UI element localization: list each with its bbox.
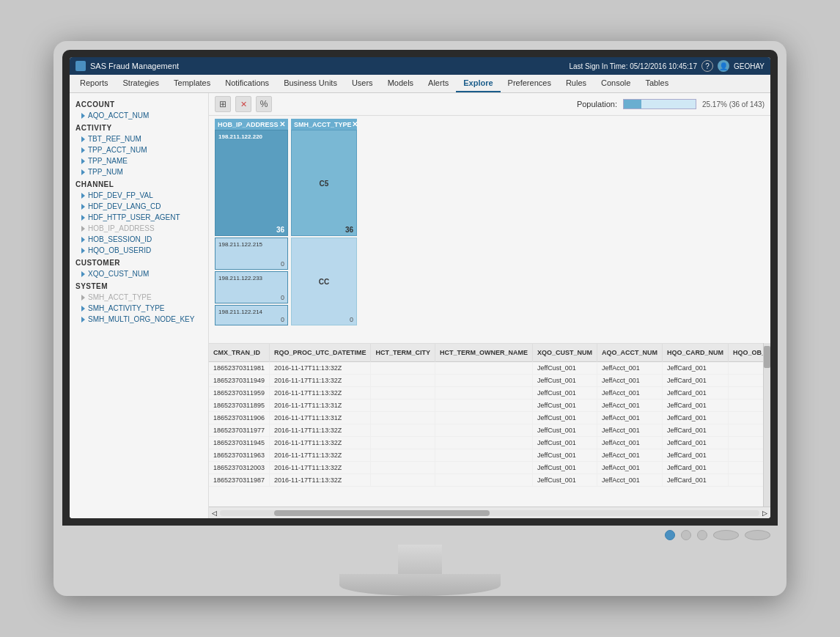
table-cell bbox=[729, 387, 763, 399]
tab-strategies[interactable]: Strategies bbox=[116, 75, 167, 92]
treemap-block-214[interactable]: 198.211.122.214 0 bbox=[215, 305, 288, 325]
treemap-block-value-220: 36 bbox=[276, 226, 284, 234]
table-cell: 2016-11-17T11:13:32Z bbox=[270, 437, 371, 449]
tab-explore[interactable]: Explore bbox=[456, 75, 500, 92]
treemap-block-c5[interactable]: C5 36 bbox=[291, 130, 357, 236]
vertical-scroll-thumb[interactable] bbox=[764, 346, 770, 368]
treemap-close-hob-ip[interactable]: ✕ bbox=[279, 120, 285, 128]
col-hqo-ob-userid: HQO_OB_USERID bbox=[729, 344, 763, 362]
table-cell: 18652370311945 bbox=[209, 437, 270, 449]
sidebar-item-hdf-http-user-agent[interactable]: HDF_HTTP_USER_AGENT bbox=[70, 212, 208, 223]
table-row: 186523703120032016-11-17T11:13:32ZJeffCu… bbox=[209, 462, 763, 474]
tab-users[interactable]: Users bbox=[345, 75, 380, 92]
table-cell: JeffCust_001 bbox=[532, 375, 597, 387]
table-cell bbox=[729, 362, 763, 375]
treemap-col-label-hob-ip: HOB_IP_ADDRESS bbox=[218, 121, 279, 128]
population-area: Population: 25.17% (36 of 143) bbox=[577, 99, 765, 109]
table-cell: 18652370311949 bbox=[209, 375, 270, 387]
sidebar-item-aqo-acct-num[interactable]: AQO_ACCT_NUM bbox=[70, 110, 208, 121]
treemap-body-hob-ip: 198.211.122.220 36 198.211.122.215 0 bbox=[215, 130, 288, 340]
scroll-left-icon[interactable]: ◁ bbox=[212, 509, 217, 517]
population-label: Population: bbox=[577, 100, 617, 108]
horizontal-scroll-area[interactable]: ◁ ▷ bbox=[209, 507, 770, 518]
table-cell: 18652370312003 bbox=[209, 462, 270, 474]
last-sign-in: Last Sign In Time: 05/12/2016 10:45:17 bbox=[569, 62, 697, 70]
filter-button[interactable]: ⊞ bbox=[215, 96, 231, 112]
sidebar-item-tpp-name[interactable]: TPP_NAME bbox=[70, 155, 208, 166]
tab-rules[interactable]: Rules bbox=[559, 75, 594, 92]
sidebar-item-tpp-acct-num[interactable]: TPP_ACCT_NUM bbox=[70, 144, 208, 155]
table-cell bbox=[435, 437, 532, 449]
scroll-thumb[interactable] bbox=[274, 510, 490, 516]
table-cell: 2016-11-17T11:13:31Z bbox=[270, 399, 371, 412]
triangle-icon bbox=[81, 306, 85, 312]
scroll-track[interactable] bbox=[220, 510, 759, 516]
tab-tables[interactable]: Tables bbox=[638, 75, 676, 92]
tab-business-units[interactable]: Business Units bbox=[276, 75, 345, 92]
vertical-scrollbar[interactable] bbox=[763, 343, 770, 507]
monitor: SAS Fraud Management Last Sign In Time: … bbox=[54, 41, 786, 596]
control-btn-2[interactable] bbox=[697, 530, 707, 540]
treemap-block-value-215: 0 bbox=[281, 260, 284, 268]
category-system: SYSTEM bbox=[70, 279, 208, 292]
triangle-icon-disabled bbox=[81, 295, 85, 301]
percent-button[interactable]: % bbox=[256, 96, 272, 112]
clear-button[interactable]: ✕ bbox=[235, 96, 251, 112]
treemap-block-215[interactable]: 198.211.122.215 0 bbox=[215, 238, 288, 270]
treemap-block-cc[interactable]: CC 0 bbox=[291, 238, 357, 325]
table-cell bbox=[729, 474, 763, 487]
table-body: 186523703119812016-11-17T11:13:32ZJeffCu… bbox=[209, 362, 763, 487]
table-cell: JeffAcct_001 bbox=[597, 387, 662, 399]
table-cell: JeffCust_001 bbox=[532, 412, 597, 424]
data-table-container[interactable]: CMX_TRAN_ID RQO_PROC_UTC_DATETIME HCT_TE… bbox=[209, 343, 763, 507]
table-cell: 18652370311981 bbox=[209, 362, 270, 375]
tab-notifications[interactable]: Notifications bbox=[218, 75, 276, 92]
table-row: 186523703119812016-11-17T11:13:32ZJeffCu… bbox=[209, 362, 763, 375]
triangle-icon bbox=[81, 237, 85, 243]
power-indicator bbox=[665, 530, 675, 540]
control-btn-3[interactable] bbox=[713, 530, 739, 540]
table-cell: 18652370311963 bbox=[209, 449, 270, 462]
help-icon[interactable]: ? bbox=[701, 60, 713, 72]
sidebar-item-hob-session-id[interactable]: HOB_SESSION_ID bbox=[70, 234, 208, 245]
triangle-icon bbox=[81, 193, 85, 199]
treemap-block-233[interactable]: 198.211.122.233 0 bbox=[215, 271, 288, 303]
table-cell: JeffCust_001 bbox=[532, 362, 597, 375]
tab-models[interactable]: Models bbox=[380, 75, 421, 92]
sidebar-item-tbt-ref-num[interactable]: TBT_REF_NUM bbox=[70, 133, 208, 144]
table-cell bbox=[371, 462, 435, 474]
sidebar-item-hqo-ob-userid[interactable]: HQO_OB_USERID bbox=[70, 245, 208, 256]
control-btn-1[interactable] bbox=[681, 530, 691, 540]
control-btn-4[interactable] bbox=[745, 530, 770, 540]
sidebar-item-smh-activity-type[interactable]: SMH_ACTIVITY_TYPE bbox=[70, 303, 208, 314]
treemap-block-220[interactable]: 198.211.122.220 36 bbox=[215, 130, 288, 236]
population-text: 25.17% (36 of 143) bbox=[702, 100, 765, 108]
sidebar-item-xqo-cust-num[interactable]: XQO_CUST_NUM bbox=[70, 268, 208, 279]
sidebar-item-smh-multi-org[interactable]: SMH_MULTI_ORG_NODE_KEY bbox=[70, 314, 208, 325]
table-cell: JeffCard_001 bbox=[663, 387, 729, 399]
table-cell: JeffCust_001 bbox=[532, 474, 597, 487]
treemap-header-hob-ip: HOB_IP_ADDRESS ✕ bbox=[215, 119, 288, 130]
sidebar-item-tpp-num[interactable]: TPP_NUM bbox=[70, 166, 208, 177]
tab-templates[interactable]: Templates bbox=[166, 75, 218, 92]
tab-alerts[interactable]: Alerts bbox=[421, 75, 456, 92]
triangle-icon bbox=[81, 204, 85, 210]
triangle-icon bbox=[81, 271, 85, 277]
tab-reports[interactable]: Reports bbox=[73, 75, 116, 92]
tab-preferences[interactable]: Preferences bbox=[501, 75, 559, 92]
table-cell bbox=[435, 462, 532, 474]
table-cell: JeffCard_001 bbox=[663, 474, 729, 487]
treemap-col-smh-acct: SMH_ACCT_TYPE ✕ C5 36 bbox=[291, 119, 357, 340]
table-cell: JeffAcct_001 bbox=[597, 462, 662, 474]
treemap-close-smh-acct[interactable]: ✕ bbox=[352, 120, 358, 128]
col-xqo-cust-num: XQO_CUST_NUM bbox=[532, 344, 597, 362]
tab-console[interactable]: Console bbox=[594, 75, 638, 92]
triangle-icon bbox=[81, 147, 85, 153]
table-cell bbox=[729, 412, 763, 424]
table-cell bbox=[371, 449, 435, 462]
scroll-right-icon[interactable]: ▷ bbox=[762, 509, 767, 517]
table-row: 186523703119772016-11-17T11:13:32ZJeffCu… bbox=[209, 424, 763, 437]
title-bar-left: SAS Fraud Management bbox=[75, 61, 179, 71]
sidebar-item-hdf-dev-lang-cd[interactable]: HDF_DEV_LANG_CD bbox=[70, 201, 208, 212]
sidebar-item-hdf-dev-fp-val[interactable]: HDF_DEV_FP_VAL bbox=[70, 190, 208, 201]
